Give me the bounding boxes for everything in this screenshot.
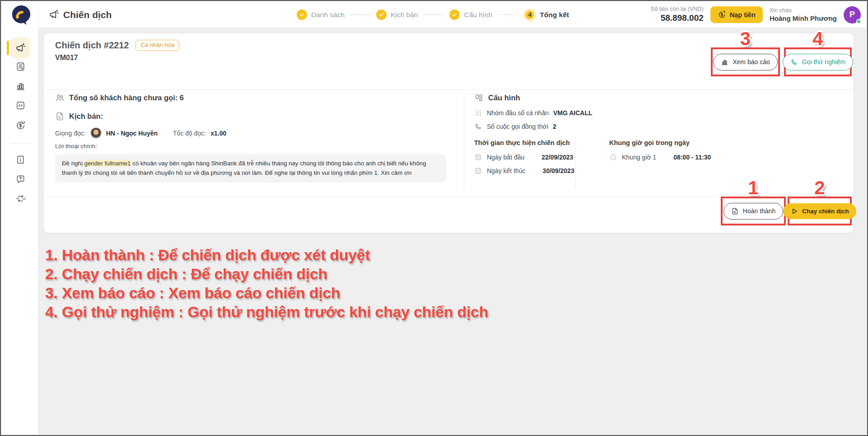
sidebar-item-version-switch[interactable]: v3v2	[10, 189, 30, 207]
speech-bubble-logo	[11, 5, 32, 26]
call-window-label: Khung giờ 1	[622, 154, 656, 161]
annotation-box-1: 1 Hoàn thành	[721, 197, 786, 225]
run-campaign-button[interactable]: Chạy chiến dịch	[783, 203, 856, 219]
help-question-icon	[15, 174, 26, 184]
sidebar-item-payments[interactable]	[10, 116, 30, 134]
voice-row: Giọng đọc: HN - Ngọc Huyền Tốc độ đọc: x…	[55, 127, 226, 139]
step-check-icon	[297, 9, 307, 20]
sidebar-item-reports[interactable]	[10, 77, 30, 95]
clock-icon	[609, 153, 617, 161]
script-document-icon	[15, 61, 26, 72]
annotation-number-2: 2	[814, 178, 825, 197]
step-label: Danh sách	[311, 11, 345, 19]
app-window: v3v2 Chiến dịch Danh sách Kịch bản Cấu h…	[0, 0, 868, 436]
end-date-value: 30/09/2023	[543, 167, 574, 174]
step-label: Cấu hình	[464, 11, 492, 19]
time-column-divider	[575, 136, 575, 188]
sidebar-item-campaigns[interactable]	[10, 38, 30, 58]
script-text-box: Đề nghị gender fullname1 có khoản vay bê…	[55, 154, 446, 183]
page-title: Chiến dịch	[63, 9, 112, 20]
sidebar-item-integrations[interactable]	[10, 96, 30, 114]
main-script-label: Lời thoại chính:	[55, 143, 97, 150]
calendar-icon	[474, 153, 482, 161]
balance-block: Số tiền còn lại (VND) 58.898.002	[651, 6, 704, 23]
step-connector	[423, 14, 444, 15]
script-section-row: Kịch bản:	[55, 112, 103, 121]
phone-icon	[790, 58, 798, 66]
user-name: Hoàng Minh Phương	[770, 14, 837, 23]
annotation-box-3: 3 Xem báo cáo	[711, 47, 780, 76]
online-status-dot	[856, 19, 861, 24]
annotation-legend: 1. Hoàn thành : Để chiến dịch được xét d…	[45, 245, 488, 321]
voice-label: Giọng đọc:	[55, 130, 86, 137]
start-date-label: Ngày bắt đầu	[487, 154, 524, 161]
time-section-title: Thời gian thực hiện chiến dịch	[474, 139, 570, 146]
voice-avatar	[90, 127, 102, 139]
annotation-line-2: 2. Chạy chiến dịch : Để chạy chiến dịch	[45, 264, 488, 283]
step-kich-ban[interactable]: Kịch bản	[376, 9, 418, 20]
phone-icon	[474, 122, 482, 131]
user-avatar[interactable]: P	[844, 6, 861, 23]
top-header: Chiến dịch Danh sách Kịch bản Cấu hình 4…	[38, 2, 866, 28]
greeting-block: Xin chào Hoàng Minh Phương	[770, 7, 837, 23]
annotation-line-3: 3. Xem báo cáo : Xem báo cáo chiến dịch	[45, 283, 488, 302]
concurrent-calls-row: Số cuộc gọi đồng thời 2	[474, 122, 556, 131]
config-title-row: Cấu hình	[474, 93, 520, 103]
customers-icon	[55, 93, 65, 103]
step-check-icon	[376, 9, 387, 20]
app-logo[interactable]	[11, 5, 32, 27]
complete-button[interactable]: Hoàn thành	[723, 203, 783, 220]
document-icon	[731, 207, 739, 215]
active-indicator	[7, 41, 9, 55]
campaign-megaphone-icon	[49, 9, 59, 20]
campaign-code: VM017	[55, 54, 78, 62]
step-label: Tổng kết	[540, 11, 569, 19]
sidebar-item-support[interactable]	[10, 170, 30, 188]
step-danh-sach[interactable]: Danh sách	[297, 9, 345, 20]
script-section-title: Kịch bản:	[69, 112, 103, 121]
script-variable: gender fullname1	[84, 160, 131, 167]
sidebar: v3v2	[2, 2, 38, 434]
annotation-number-3: 3	[740, 29, 751, 48]
number-group-value: VMG AICALL	[553, 109, 593, 117]
script-file-icon	[55, 112, 65, 121]
sidebar-divider	[11, 143, 30, 144]
step-cau-hinh[interactable]: Cấu hình	[449, 9, 492, 20]
topup-button[interactable]: Nạp tiền	[710, 6, 763, 23]
sidebar-item-scripts[interactable]	[10, 57, 30, 75]
campaign-summary-card: Chiến dịch #2212 Cá nhân hóa VM017 3 Xem…	[44, 33, 854, 233]
concurrent-calls-value: 2	[553, 123, 556, 130]
sidebar-item-guide[interactable]	[10, 150, 30, 169]
svg-text:v3: v3	[22, 197, 25, 200]
concurrent-calls-label: Số cuộc gọi đồng thời	[487, 123, 548, 130]
annotation-box-4: 4 Gọi thử nghiệm	[784, 47, 852, 76]
guide-book-icon	[15, 155, 26, 165]
annotation-box-2: 2 Chạy chiến dịch	[788, 197, 852, 225]
start-date-row: Ngày bắt đầu 22/09/2023	[474, 153, 573, 161]
annotation-line-1: 1. Hoàn thành : Để chiến dịch được xét d…	[45, 245, 488, 264]
personalized-badge: Cá nhân hóa	[135, 40, 179, 51]
step-number: 4	[524, 9, 536, 21]
main-content: Chiến dịch #2212 Cá nhân hóa VM017 3 Xem…	[38, 28, 866, 434]
test-call-button[interactable]: Gọi thử nghiệm	[783, 54, 854, 70]
greeting-text: Xin chào	[770, 7, 837, 14]
bar-chart-icon	[15, 81, 26, 91]
call-window-row: Khung giờ 1 08:00 - 11:30	[609, 153, 711, 161]
voice-name: HN - Ngọc Huyền	[106, 130, 158, 137]
calendar-icon	[474, 167, 482, 175]
annotation-number-1: 1	[748, 178, 758, 197]
grid-dots-icon	[474, 109, 482, 117]
wizard-stepper: Danh sách Kịch bản Cấu hình 4 Tổng kết	[297, 2, 569, 28]
coin-refresh-icon	[718, 10, 726, 19]
step-label: Kịch bản	[391, 11, 418, 19]
step-tong-ket[interactable]: 4 Tổng kết	[524, 9, 569, 21]
column-divider	[464, 94, 464, 191]
step-connector	[350, 14, 371, 15]
megaphone-icon	[15, 43, 26, 53]
campaign-title: Chiến dịch #2212	[55, 40, 129, 51]
code-square-icon	[15, 100, 26, 111]
call-window-value: 08:00 - 11:30	[673, 154, 711, 161]
customers-label: Tổng số khách hàng chưa gọi: 6	[69, 94, 184, 102]
annotation-line-4: 4. Gọi thử nghiệm : Gọi thử nghiệm trước…	[45, 302, 488, 321]
view-report-button[interactable]: Xem báo cáo	[713, 54, 778, 70]
